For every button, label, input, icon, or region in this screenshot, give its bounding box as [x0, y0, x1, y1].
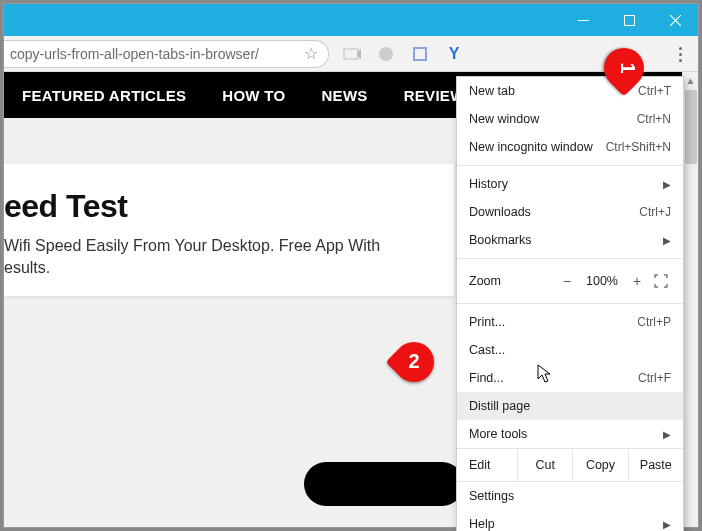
- menu-bookmarks[interactable]: Bookmarks▶: [457, 226, 683, 254]
- scrollbar[interactable]: ▲: [682, 72, 698, 527]
- svg-rect-4: [344, 49, 358, 59]
- menu-help[interactable]: Help▶: [457, 510, 683, 531]
- svg-rect-1: [624, 15, 634, 25]
- svg-point-5: [379, 47, 393, 61]
- titlebar: [4, 4, 698, 36]
- menu-new-tab[interactable]: New tabCtrl+T: [457, 77, 683, 105]
- extension-icons: Y: [343, 45, 463, 63]
- menu-separator: [457, 165, 683, 166]
- scroll-up-icon[interactable]: ▲: [683, 72, 698, 88]
- address-bar: copy-urls-from-all-open-tabs-in-browser/…: [4, 36, 698, 72]
- cta-button[interactable]: [304, 462, 464, 506]
- menu-edit-row: Edit Cut Copy Paste: [457, 448, 683, 482]
- menu-copy[interactable]: Copy: [572, 449, 627, 481]
- url-field[interactable]: copy-urls-from-all-open-tabs-in-browser/…: [4, 40, 329, 68]
- menu-print[interactable]: Print...Ctrl+P: [457, 308, 683, 336]
- zoom-percent: 100%: [579, 274, 625, 288]
- menu-zoom: Zoom − 100% +: [457, 263, 683, 299]
- extension-icon[interactable]: Y: [445, 45, 463, 63]
- menu-cast[interactable]: Cast...: [457, 336, 683, 364]
- nav-item[interactable]: HOW TO: [204, 87, 303, 104]
- menu-paste[interactable]: Paste: [628, 449, 683, 481]
- chevron-right-icon: ▶: [663, 429, 671, 440]
- minimize-button[interactable]: [560, 5, 606, 35]
- chevron-right-icon: ▶: [663, 235, 671, 246]
- menu-separator: [457, 258, 683, 259]
- chrome-menu: New tabCtrl+T New windowCtrl+N New incog…: [456, 76, 684, 531]
- menu-settings[interactable]: Settings: [457, 482, 683, 510]
- extension-icon[interactable]: [343, 45, 361, 63]
- article-panel: eed Test Wifi Speed Easily From Your Des…: [4, 164, 454, 296]
- close-button[interactable]: [652, 5, 698, 35]
- bookmark-star-icon[interactable]: ☆: [304, 44, 318, 63]
- scroll-thumb[interactable]: [685, 90, 697, 164]
- maximize-button[interactable]: [606, 5, 652, 35]
- menu-more-tools[interactable]: More tools▶: [457, 420, 683, 448]
- menu-cut[interactable]: Cut: [517, 449, 572, 481]
- zoom-in-button[interactable]: +: [625, 273, 649, 289]
- menu-separator: [457, 303, 683, 304]
- nav-item[interactable]: FEATURED ARTICLES: [4, 87, 204, 104]
- extension-icon[interactable]: [411, 45, 429, 63]
- menu-history[interactable]: History▶: [457, 170, 683, 198]
- nav-item[interactable]: NEWS: [303, 87, 385, 104]
- headline: eed Test: [4, 188, 434, 225]
- extension-icon[interactable]: [377, 45, 395, 63]
- url-text: copy-urls-from-all-open-tabs-in-browser/: [10, 46, 259, 62]
- menu-distill-page[interactable]: Distill page: [457, 392, 683, 420]
- menu-new-incognito[interactable]: New incognito windowCtrl+Shift+N: [457, 133, 683, 161]
- browser-window: copy-urls-from-all-open-tabs-in-browser/…: [3, 3, 699, 528]
- cursor-icon: [537, 364, 553, 387]
- menu-new-window[interactable]: New windowCtrl+N: [457, 105, 683, 133]
- chevron-right-icon: ▶: [663, 519, 671, 530]
- chrome-menu-button[interactable]: [670, 44, 690, 64]
- chevron-right-icon: ▶: [663, 179, 671, 190]
- menu-find[interactable]: Find...Ctrl+F: [457, 364, 683, 392]
- menu-edit-label: Edit: [457, 449, 517, 481]
- menu-downloads[interactable]: DownloadsCtrl+J: [457, 198, 683, 226]
- zoom-out-button[interactable]: −: [555, 273, 579, 289]
- fullscreen-button[interactable]: [649, 272, 673, 290]
- subtext: Wifi Speed Easily From Your Desktop. Fre…: [4, 235, 434, 278]
- svg-rect-6: [414, 48, 426, 60]
